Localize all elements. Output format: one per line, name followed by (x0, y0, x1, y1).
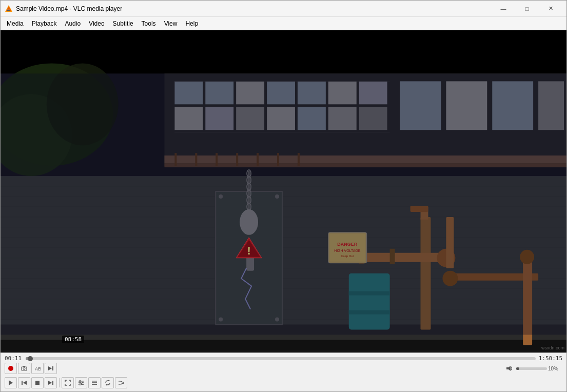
menu-media[interactable]: Media (3, 18, 28, 29)
volume-icon (506, 365, 513, 372)
svg-rect-106 (35, 381, 40, 385)
menu-playback[interactable]: Playback (28, 18, 61, 29)
close-button[interactable]: ✕ (539, 1, 562, 17)
window-title: Sample Video.mp4 - VLC media player (16, 5, 492, 12)
svg-rect-101 (52, 366, 53, 370)
volume-fill (516, 367, 519, 370)
svg-marker-118 (109, 380, 110, 382)
svg-point-112 (80, 380, 81, 382)
svg-marker-100 (48, 366, 52, 370)
svg-marker-119 (106, 384, 107, 386)
svg-rect-117 (92, 384, 97, 385)
svg-point-97 (23, 368, 25, 370)
menu-view[interactable]: View (160, 18, 182, 29)
title-bar: Sample Video.mp4 - VLC media player — □ … (1, 1, 566, 17)
svg-marker-124 (123, 382, 124, 383)
maximize-button[interactable]: □ (515, 1, 539, 17)
seek-bar-row: 00:11 1:50:15 (1, 353, 566, 363)
frame-next-button[interactable] (45, 363, 57, 374)
next-button[interactable] (45, 377, 57, 388)
seek-bar-thumb (28, 356, 33, 361)
fullscreen-button[interactable] (62, 377, 74, 388)
snapshot-button[interactable] (18, 363, 30, 374)
svg-rect-94 (1, 73, 566, 335)
svg-point-114 (80, 384, 81, 385)
video-frame: ! (1, 30, 566, 352)
prev-button[interactable] (18, 377, 30, 388)
menu-audio[interactable]: Audio (61, 18, 85, 29)
extended-settings-button[interactable] (75, 377, 87, 388)
svg-rect-115 (92, 381, 97, 382)
volume-label: 10% (548, 366, 562, 371)
watermark: wsxdn.com (541, 345, 564, 350)
seek-bar[interactable] (26, 357, 536, 360)
svg-rect-116 (92, 382, 97, 383)
random-button[interactable] (115, 377, 127, 388)
window-controls: — □ ✕ (492, 1, 562, 17)
menu-tools[interactable]: Tools (138, 18, 160, 29)
svg-rect-2 (7, 10, 10, 11)
svg-marker-102 (506, 366, 511, 371)
time-total: 1:50:15 (539, 355, 562, 362)
svg-marker-107 (48, 381, 52, 385)
playlist-button[interactable] (88, 377, 101, 388)
stop-button[interactable] (31, 377, 44, 388)
svg-marker-105 (23, 381, 27, 385)
playback-controls (1, 376, 566, 391)
svg-rect-104 (22, 381, 23, 385)
menu-bar: Media Playback Audio Video Subtitle Tool… (1, 17, 566, 30)
controls-area: 00:11 1:50:15 AB (1, 352, 566, 391)
menu-subtitle[interactable]: Subtitle (109, 18, 138, 29)
time-current: 00:11 (5, 355, 23, 362)
svg-point-95 (8, 366, 13, 371)
svg-point-113 (81, 382, 83, 384)
menu-video[interactable]: Video (85, 18, 108, 29)
record-button[interactable] (5, 363, 17, 374)
video-area[interactable]: ! (1, 30, 566, 352)
volume-bar[interactable] (516, 367, 547, 370)
svg-marker-125 (123, 383, 124, 384)
loop-button[interactable] (102, 377, 114, 388)
svg-rect-98 (23, 366, 25, 367)
loop-ab-button[interactable]: AB (31, 363, 44, 374)
svg-text:AB: AB (35, 366, 41, 371)
separator1 (59, 378, 60, 387)
timestamp-tooltip: 08:58 (62, 336, 84, 343)
minimize-button[interactable]: — (492, 1, 515, 17)
controls-bottom: AB 10% (1, 363, 566, 376)
vlc-icon (5, 5, 13, 13)
menu-help[interactable]: Help (181, 18, 202, 29)
svg-marker-103 (9, 380, 13, 385)
play-button[interactable] (5, 377, 17, 388)
vlc-window: Sample Video.mp4 - VLC media player — □ … (0, 0, 567, 392)
svg-rect-108 (52, 381, 53, 385)
